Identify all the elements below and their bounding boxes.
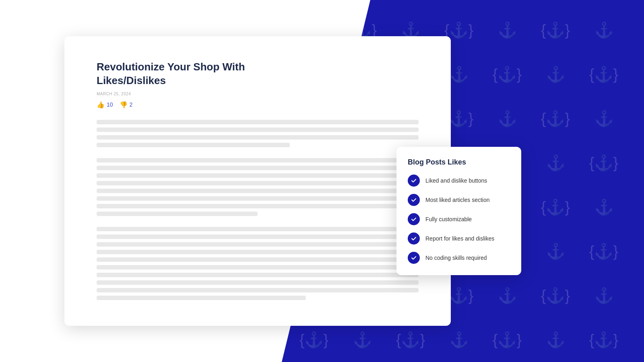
anchor-icon: ⚓ bbox=[531, 318, 580, 362]
anchor-icon: {⚓} bbox=[531, 185, 580, 229]
skeleton-line bbox=[97, 181, 419, 185]
anchor-icon: {⚓} bbox=[531, 8, 580, 52]
skeleton-line bbox=[97, 189, 419, 193]
anchor-icon: ⚓ bbox=[531, 229, 580, 274]
anchor-icon: {⚓} bbox=[531, 274, 580, 318]
anchor-icon: {⚓} bbox=[580, 318, 628, 362]
anchor-icon: {⚓} bbox=[483, 52, 531, 97]
anchor-icon: ⚓ bbox=[580, 97, 628, 141]
skeleton-line bbox=[97, 227, 419, 231]
skeleton-line bbox=[97, 128, 419, 132]
anchor-icon: ⚓ bbox=[580, 274, 628, 318]
dislike-reaction[interactable]: 👎 2 bbox=[120, 101, 133, 109]
skeleton-line bbox=[97, 250, 419, 254]
anchor-icon: {⚓} bbox=[483, 318, 531, 362]
skeleton-line bbox=[97, 288, 419, 292]
feature-label: Liked and dislike buttons bbox=[425, 177, 487, 184]
feature-label: Fully customizable bbox=[425, 216, 472, 222]
check-icon bbox=[408, 194, 420, 206]
skeleton-line bbox=[97, 196, 419, 201]
skeleton-line bbox=[97, 143, 290, 147]
feature-label: Most liked articles section bbox=[425, 197, 490, 203]
skeleton-line bbox=[97, 204, 419, 208]
feature-item-no-coding: No coding skills required bbox=[408, 252, 510, 264]
skeleton-line bbox=[97, 273, 419, 277]
skeleton-line bbox=[97, 257, 419, 262]
anchor-icon: {⚓} bbox=[580, 229, 628, 274]
blog-reactions: 👍 10 👎 2 bbox=[97, 101, 419, 109]
skeleton-line bbox=[97, 173, 419, 178]
feature-card: Blog Posts Likes Liked and dislike butto… bbox=[396, 147, 521, 275]
skeleton-line bbox=[97, 135, 419, 140]
content-skeleton bbox=[97, 120, 419, 300]
anchor-icon: ⚓ bbox=[483, 8, 531, 52]
skeleton-line bbox=[97, 212, 258, 216]
skeleton-line bbox=[97, 120, 419, 124]
feature-label: Report for likes and dislikes bbox=[425, 235, 494, 242]
check-icon bbox=[408, 252, 420, 264]
like-reaction[interactable]: 👍 10 bbox=[97, 101, 113, 109]
feature-item-most-liked: Most liked articles section bbox=[408, 194, 510, 206]
skeleton-line bbox=[97, 296, 306, 300]
feature-label: No coding skills required bbox=[425, 255, 487, 261]
skeleton-line bbox=[97, 280, 419, 285]
feature-item-customizable: Fully customizable bbox=[408, 213, 510, 225]
anchor-icon: ⚓ bbox=[531, 52, 580, 97]
like-count: 10 bbox=[107, 101, 113, 108]
blog-post-card: Revolutionize Your Shop With Likes/Disli… bbox=[64, 36, 451, 326]
skeleton-line bbox=[97, 265, 419, 269]
skeleton-line bbox=[97, 158, 419, 162]
anchor-icon: ⚓ bbox=[483, 274, 531, 318]
skeleton-gap bbox=[97, 150, 419, 155]
anchor-icon: {⚓} bbox=[580, 141, 628, 185]
check-icon bbox=[408, 175, 420, 187]
anchor-icon: ⚓ bbox=[580, 8, 628, 52]
blog-title: Revolutionize Your Shop With Likes/Disli… bbox=[97, 60, 419, 88]
feature-item-report: Report for likes and dislikes bbox=[408, 232, 510, 245]
skeleton-line bbox=[97, 234, 419, 239]
dislike-icon: 👎 bbox=[120, 101, 128, 109]
anchor-icon: {⚓} bbox=[531, 97, 580, 141]
skeleton-line bbox=[97, 242, 419, 247]
anchor-icon: ⚓ bbox=[483, 97, 531, 141]
anchor-icon: {⚓} bbox=[580, 52, 628, 97]
skeleton-line bbox=[97, 166, 419, 170]
feature-item-liked-dislike: Liked and dislike buttons bbox=[408, 175, 510, 187]
dislike-count: 2 bbox=[130, 101, 133, 108]
blog-date: MARCH 25, 2024 bbox=[97, 92, 419, 96]
check-icon bbox=[408, 213, 420, 225]
like-icon: 👍 bbox=[97, 101, 105, 109]
feature-card-title: Blog Posts Likes bbox=[408, 158, 510, 167]
check-icon bbox=[408, 232, 420, 245]
anchor-icon: ⚓ bbox=[580, 185, 628, 229]
anchor-icon: ⚓ bbox=[531, 141, 580, 185]
skeleton-gap bbox=[97, 219, 419, 224]
